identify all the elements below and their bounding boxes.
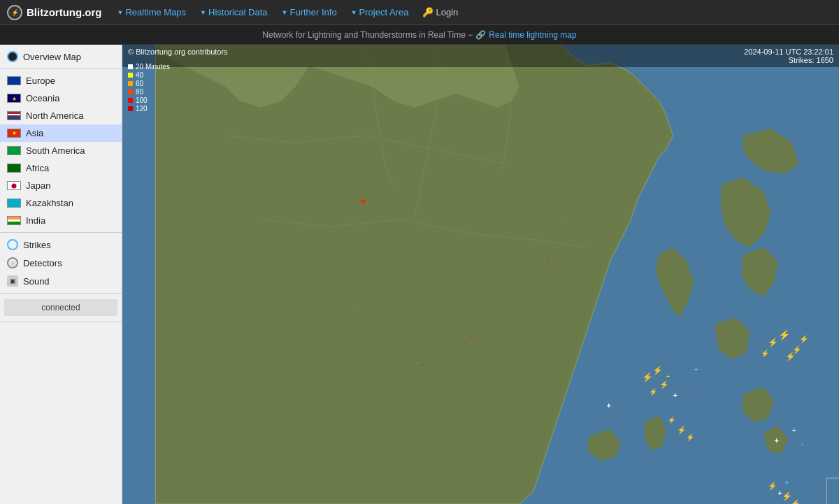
sa-flag-icon — [7, 146, 21, 155]
india-flag-icon — [7, 216, 21, 225]
arrow-icon: ▼ — [117, 9, 123, 16]
logo-icon: ⚡ — [7, 5, 22, 20]
legend-label-40: 40 — [136, 71, 143, 79]
sidebar-tools-section: Strikes ◎ Detectors ▣ Sound — [0, 233, 122, 294]
svg-text:⚡: ⚡ — [768, 481, 777, 491]
svg-text:⚡: ⚡ — [785, 351, 796, 361]
legend-item-80min: 80 — [128, 88, 170, 96]
svg-text:⚡: ⚡ — [778, 329, 791, 341]
sound-icon: ▣ — [7, 275, 18, 287]
detectors-icon: ◎ — [7, 257, 18, 268]
sidebar-item-europe[interactable]: Europe — [0, 72, 122, 89]
sidebar-item-overview[interactable]: Overview Map — [0, 48, 122, 66]
sidebar-item-sound[interactable]: ▣ Sound — [0, 272, 122, 290]
map-svg: ⚡ ⚡ ⚡ ⚡ ⚡ ⚡ ⚡ ⚡ ⚡ ⚡ + + + + ⚡ ⚡ ⚡ • — [122, 45, 839, 504]
svg-text:+: + — [607, 401, 611, 410]
svg-text:+: + — [792, 426, 796, 434]
nav-historical-data[interactable]: ▼ Historical Data — [194, 4, 273, 20]
sidebar-status-section: connected — [0, 294, 122, 322]
legend-label-80: 80 — [136, 88, 143, 96]
oceania-flag-icon: ★ — [7, 94, 21, 103]
sidebar-item-north-america[interactable]: North America — [0, 107, 122, 124]
map-container[interactable]: © Blitzortung.org contributors 2024-09-1… — [122, 45, 839, 504]
map-timestamp-strikes: 2024-09-11 UTC 23:22:01 Strikes: 1650 — [744, 48, 833, 64]
sidebar-item-strikes[interactable]: Strikes — [0, 236, 122, 254]
strikes-count: 1650 — [817, 56, 833, 64]
sidebar-item-india[interactable]: India — [0, 212, 122, 229]
legend-item-100min: 100 — [128, 96, 170, 104]
strikes-label-map: Strikes: — [789, 56, 815, 64]
map-timestamp: 2024-09-11 UTC 23:22:01 — [744, 48, 833, 56]
sidebar-item-detectors[interactable]: ◎ Detectors — [0, 254, 122, 272]
external-link-icon: 🔗 — [475, 30, 486, 40]
sidebar-item-japan[interactable]: Japan — [0, 177, 122, 194]
legend-item-60min: 60 — [128, 80, 170, 87]
nav-login-label: Login — [436, 7, 458, 17]
sidebar-item-asia[interactable]: ★ Asia — [0, 124, 122, 142]
legend-dot-120 — [128, 106, 133, 111]
legend-dot-20 — [128, 64, 133, 69]
africa-label: Africa — [26, 163, 49, 173]
subtitle-text: Network for Lightning and Thunderstorms … — [262, 30, 473, 40]
svg-text:+: + — [673, 391, 677, 399]
strikes-label: Strikes — [23, 240, 51, 250]
brand-logo[interactable]: ⚡ Blitzortung.org — [7, 5, 101, 20]
sidebar-item-south-america[interactable]: South America — [0, 142, 122, 159]
sidebar-overview-section: Overview Map — [0, 45, 122, 69]
svg-text:⚡: ⚡ — [799, 334, 809, 344]
svg-text:⚡: ⚡ — [791, 498, 801, 504]
map-legend: 20 Minutes 40 60 80 100 120 — [128, 63, 170, 113]
asia-flag-icon: ★ — [7, 129, 21, 138]
legend-label-100: 100 — [136, 96, 148, 104]
arrow-icon: ▼ — [200, 9, 206, 16]
svg-text:+: + — [775, 436, 779, 445]
sidebar-item-kazakhstan[interactable]: Kazakhstan — [0, 194, 122, 212]
legend-dot-40 — [128, 73, 133, 78]
us-flag-icon — [7, 111, 21, 120]
sidebar-item-oceania[interactable]: ★ Oceania — [0, 89, 122, 107]
nav-historical-data-label: Historical Data — [208, 7, 268, 17]
japan-label: Japan — [26, 180, 50, 191]
nav-project-area[interactable]: ▼ Project Area — [345, 4, 415, 20]
legend-label-60: 60 — [136, 80, 143, 87]
svg-text:⚡: ⚡ — [677, 425, 687, 435]
map-contributor-text: © Blitzortung.org contributors — [128, 48, 228, 64]
sound-label: Sound — [23, 276, 50, 287]
svg-text:+: + — [785, 479, 789, 487]
connection-status-badge: connected — [4, 299, 117, 316]
sidebar-item-africa[interactable]: Africa — [0, 159, 122, 177]
map-header: © Blitzortung.org contributors 2024-09-1… — [122, 45, 839, 67]
navbar: ⚡ Blitzortung.org ▼ Realtime Maps ▼ Hist… — [0, 0, 839, 25]
login-icon: 🔑 — [422, 7, 433, 17]
asia-label: Asia — [26, 128, 43, 138]
kazakhstan-label: Kazakhstan — [26, 198, 73, 208]
oceania-label: Oceania — [26, 93, 59, 103]
legend-item-40min: 40 — [128, 71, 170, 79]
svg-text:•: • — [471, 333, 473, 340]
subtitle-bar: Network for Lightning and Thunderstorms … — [0, 25, 839, 45]
europe-flag-icon — [7, 76, 21, 85]
europe-label: Europe — [26, 75, 55, 86]
svg-rect-28 — [827, 478, 840, 504]
detectors-label: Detectors — [23, 258, 62, 268]
legend-dot-80 — [128, 89, 133, 94]
nav-realtime-maps[interactable]: ▼ Realtime Maps — [111, 4, 192, 20]
svg-text:•: • — [401, 354, 403, 361]
realtime-lightning-map-link[interactable]: Real time lightning map — [489, 30, 576, 40]
svg-text:+: + — [694, 365, 698, 373]
india-label: India — [26, 215, 45, 226]
japan-flag-icon — [7, 181, 21, 190]
svg-text:⚡: ⚡ — [652, 365, 663, 375]
svg-text:•: • — [352, 305, 354, 312]
svg-text:⚡: ⚡ — [659, 380, 669, 389]
sidebar-regions-section: Europe ★ Oceania North America ★ Asia So… — [0, 69, 122, 233]
svg-text:⚡: ⚡ — [761, 349, 770, 358]
overview-icon — [7, 51, 18, 62]
nav-realtime-maps-label: Realtime Maps — [125, 7, 186, 17]
legend-item-120min: 120 — [128, 105, 170, 113]
arrow-icon: ▼ — [351, 9, 357, 16]
nav-login[interactable]: 🔑 Login — [417, 4, 464, 20]
nav-further-info[interactable]: ▼ Further Info — [276, 4, 343, 20]
legend-label-120: 120 — [136, 105, 148, 113]
north-america-label: North America — [26, 110, 83, 121]
